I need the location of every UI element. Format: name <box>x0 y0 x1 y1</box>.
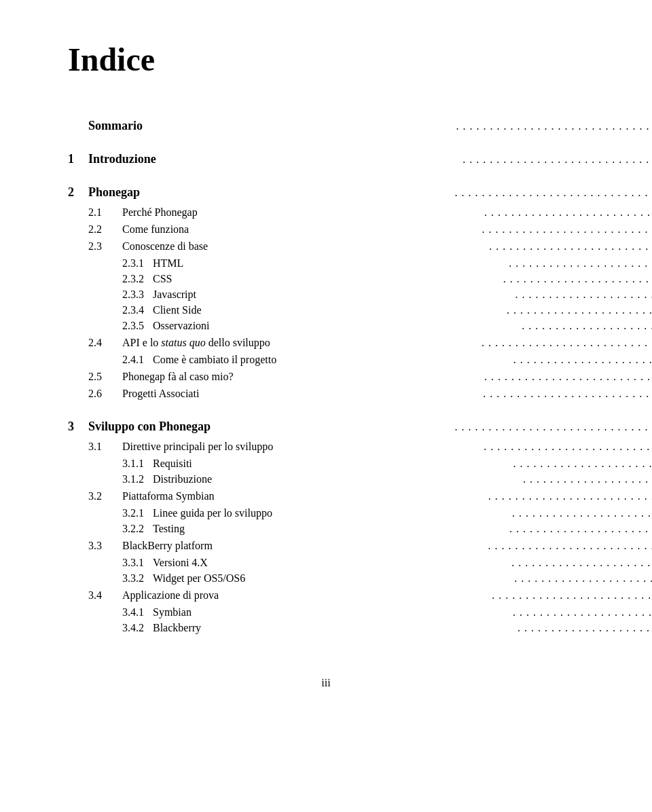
toc-title: Conoscenze di base <box>122 240 486 253</box>
toc-number: 3.3 <box>88 540 122 552</box>
toc-number: 2.3.5 <box>109 320 153 332</box>
toc-entry-3-4-2: 3.4.2 Blackberry 29 <box>68 622 584 636</box>
toc-title: BlackBerry platform <box>122 540 485 552</box>
toc-dots <box>463 153 652 166</box>
toc-entry-3-2: 3.2 Piattaforma Symbian 21 <box>68 490 584 504</box>
page-footer: iii <box>68 677 584 689</box>
toc-title: Client Side <box>153 304 504 316</box>
toc-entry-2-4: 2.4 API e lo status quo dello sviluppo 1… <box>68 337 584 351</box>
toc-title: API e lo status quo dello sviluppo <box>122 337 479 349</box>
toc-number: 2.5 <box>88 371 122 383</box>
toc-number: 2.4 <box>88 337 122 349</box>
toc-title: Applicazione di prova <box>122 589 489 602</box>
page-title: Indice <box>68 41 584 78</box>
toc-dots <box>509 257 652 270</box>
toc-number: 3.4 <box>88 589 122 602</box>
toc-title: Perché Phonegap <box>122 206 482 219</box>
toc-entry-2-3-4: 2.3.4 Client Side 12 <box>68 304 584 318</box>
toc-entry-ch1: 1 Introduzione 1 <box>68 152 584 168</box>
toc-number: 2.4.1 <box>109 354 153 366</box>
toc-dots <box>507 304 652 316</box>
toc-entry-3-3: 3.3 BlackBerry platform 24 <box>68 540 584 554</box>
toc-number: 3.4.2 <box>109 622 153 634</box>
toc-dots <box>484 441 652 453</box>
toc-title: Piattaforma Symbian <box>122 490 486 502</box>
toc-title: Phonegap <box>88 185 452 200</box>
toc-entry-3-1: 3.1 Direttive principali per lo sviluppo… <box>68 441 584 455</box>
toc-title: Distribuzione <box>153 473 520 485</box>
toc-dots <box>511 557 652 569</box>
toc-dots <box>518 622 652 634</box>
toc-title: Progetti Associati <box>122 388 480 400</box>
toc-title: Introduzione <box>88 152 460 166</box>
toc-number: 2.3.4 <box>109 304 153 316</box>
footer-page-number: iii <box>321 677 330 688</box>
toc-number: 2.3.3 <box>109 289 153 301</box>
toc-number: 2.1 <box>88 206 122 219</box>
toc-number: 3.3.2 <box>109 572 153 585</box>
toc-entry-2-5: 2.5 Phonegap fà al caso mio? 15 <box>68 371 584 385</box>
toc-entry-sommario: Sommario i <box>68 119 584 134</box>
toc-number: 2.3 <box>88 240 122 253</box>
toc-dots <box>522 320 652 332</box>
toc-title: Symbian <box>153 606 510 619</box>
toc-dots <box>489 240 652 253</box>
toc-dots <box>503 273 652 285</box>
toc-dots <box>513 354 652 366</box>
toc-dots <box>492 589 652 602</box>
toc-dots <box>456 120 653 132</box>
toc-number: 3 <box>68 420 88 434</box>
toc-entry-2-4-1: 2.4.1 Come è cambiato il progetto 13 <box>68 354 584 368</box>
toc-title: CSS <box>153 273 501 285</box>
toc-number: 3.2 <box>88 490 122 502</box>
toc-entry-2-3-5: 2.3.5 Osservazioni 12 <box>68 320 584 334</box>
toc-title: Linee guida per lo sviluppo <box>153 507 509 519</box>
toc-number: 3.1.1 <box>109 458 153 470</box>
toc-title: Come funziona <box>122 223 479 236</box>
toc-title: Osservazioni <box>153 320 519 332</box>
toc-dots <box>515 289 653 301</box>
toc-entry-ch2: 2 Phonegap 5 <box>68 185 584 201</box>
toc-entry-3-4-1: 3.4.1 Symbian 28 <box>68 606 584 621</box>
toc-dots <box>488 490 652 502</box>
toc-title: Widget per OS5/OS6 <box>153 572 511 585</box>
toc-dots <box>523 473 652 485</box>
toc-number: 2.6 <box>88 388 122 400</box>
table-of-contents: Sommario i 1 Introduzione 1 2 Phonegap 5… <box>68 119 584 636</box>
toc-entry-2-3-3: 2.3.3 Javascript 11 <box>68 289 584 303</box>
toc-entry-3-4: 3.4 Applicazione di prova 28 <box>68 589 584 604</box>
toc-dots <box>482 337 652 349</box>
toc-number: 3.2.2 <box>109 523 153 535</box>
toc-title: Blackberry <box>153 622 515 634</box>
toc-number: 2.3.1 <box>109 257 153 270</box>
toc-entry-2-3: 2.3 Conoscenze di base 8 <box>68 240 584 255</box>
toc-dots <box>514 572 652 585</box>
toc-number: 1 <box>68 152 88 166</box>
toc-title: HTML <box>153 257 506 270</box>
toc-entry-3-2-1: 3.2.1 Linee guida per lo sviluppo 23 <box>68 507 584 521</box>
toc-dots <box>512 507 652 519</box>
toc-dots <box>455 421 652 433</box>
toc-entry-2-1: 2.1 Perché Phonegap 5 <box>68 206 584 221</box>
toc-entry-3-2-2: 3.2.2 Testing 23 <box>68 523 584 537</box>
toc-dots <box>482 223 653 236</box>
toc-dots <box>513 458 652 470</box>
toc-dots <box>455 187 652 199</box>
toc-number: 2.2 <box>88 223 122 236</box>
toc-entry-2-3-1: 2.3.1 HTML 8 <box>68 257 584 272</box>
toc-number: 3.4.1 <box>109 606 153 619</box>
toc-entry-3-1-1: 3.1.1 Requisiti 19 <box>68 458 584 472</box>
toc-title: Testing <box>153 523 507 535</box>
toc-dots <box>484 206 652 219</box>
toc-dots <box>488 540 652 552</box>
toc-entry-3-3-2: 3.3.2 Widget per OS5/OS6 27 <box>68 572 584 587</box>
toc-number: 2.3.2 <box>109 273 153 285</box>
toc-number: 2 <box>68 185 88 200</box>
toc-entry-ch3: 3 Sviluppo con Phonegap 19 <box>68 420 584 435</box>
toc-title: Javascript <box>153 289 513 301</box>
toc-number: 3.1 <box>88 441 122 453</box>
toc-title: Versioni 4.X <box>153 557 509 569</box>
toc-entry-2-3-2: 2.3.2 CSS 10 <box>68 273 584 287</box>
toc-entry-2-2: 2.2 Come funziona 6 <box>68 223 584 238</box>
toc-entry-3-1-2: 3.1.2 Distribuzione 20 <box>68 473 584 487</box>
